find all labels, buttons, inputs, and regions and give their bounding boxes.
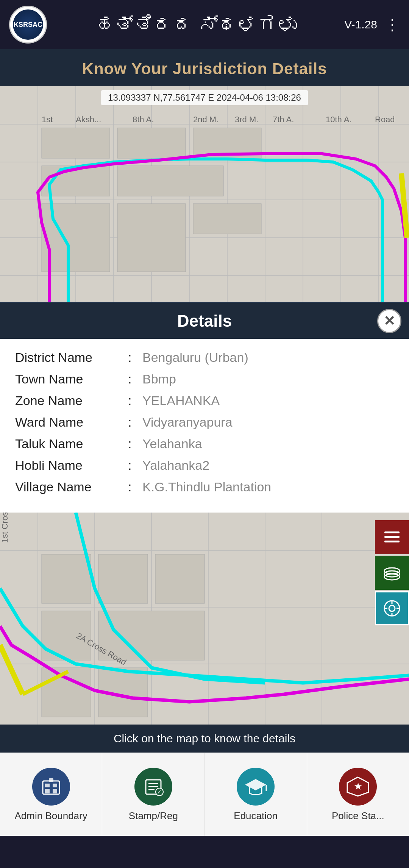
app-logo: KSRSAC (9, 6, 47, 44)
detail-colon-5: : (128, 458, 136, 473)
svg-text:Road: Road (375, 115, 395, 124)
svg-text:★: ★ (354, 781, 362, 792)
svg-text:2nd M.: 2nd M. (193, 115, 219, 124)
admin-boundary-label: Admin Boundary (15, 810, 87, 822)
svg-rect-23 (193, 204, 261, 234)
education-label: Education (234, 810, 278, 822)
detail-row: Town Name : Bbmp (15, 372, 394, 386)
education-icon (237, 768, 275, 806)
jurisdiction-title: Know Your Jurisdiction Details (8, 60, 401, 78)
details-body: District Name : Bengaluru (Urban) Town N… (0, 339, 409, 513)
detail-value-0: Bengaluru (Urban) (142, 350, 248, 365)
map-top[interactable]: 13.093337 N,77.561747 E 2024-04-06 13:08… (0, 86, 409, 302)
close-button[interactable]: ✕ (377, 309, 401, 333)
detail-row: Village Name : K.G.Thindlu Plantation (15, 480, 394, 494)
logo-text: KSRSAC (14, 21, 42, 29)
detail-value-3: Vidyaranyapura (142, 415, 233, 430)
map-locate-button[interactable] (375, 591, 409, 625)
detail-row: Zone Name : YELAHANKA (15, 393, 394, 408)
detail-row: Hobli Name : Yalahanka2 (15, 458, 394, 473)
svg-marker-79 (245, 779, 266, 790)
detail-value-4: Yelahanka (142, 436, 202, 451)
details-header: Details ✕ (0, 303, 409, 339)
detail-label-0: District Name (15, 350, 121, 365)
detail-row: Ward Name : Vidyaranyapura (15, 415, 394, 430)
svg-rect-45 (155, 554, 204, 603)
detail-colon-3: : (128, 415, 136, 430)
detail-row: Taluk Name : Yelahanka (15, 436, 394, 451)
details-title: Details (177, 312, 232, 330)
map-layers-button[interactable] (375, 556, 409, 590)
nav-education[interactable]: Education (205, 753, 307, 836)
svg-rect-72 (49, 778, 53, 782)
admin-boundary-icon (32, 768, 70, 806)
education-svg (244, 775, 267, 798)
svg-text:3rd M.: 3rd M. (235, 115, 258, 124)
click-instruction-text: Click on the map to know the details (114, 732, 295, 745)
svg-text:Aksh...: Aksh... (76, 115, 101, 124)
svg-text:1st Cross Road: 1st Cross Road (0, 513, 9, 543)
locate-icon (382, 599, 401, 618)
map-top-svg: 1st Aksh... 8th A. 2nd M. 3rd M. 7th A. … (0, 86, 409, 302)
svg-text:7th A.: 7th A. (273, 115, 294, 124)
svg-rect-44 (98, 554, 148, 603)
svg-point-62 (389, 605, 395, 611)
nav-stamp-reg[interactable]: ✓ Stamp/Reg (102, 753, 204, 836)
svg-rect-48 (42, 668, 91, 717)
detail-colon-4: : (128, 436, 136, 451)
detail-value-1: Bbmp (142, 372, 176, 386)
svg-rect-68 (45, 784, 50, 787)
detail-value-6: K.G.Thindlu Plantation (142, 480, 271, 494)
svg-text:10th A.: 10th A. (326, 115, 352, 124)
detail-value-2: YELAHANKA (142, 393, 220, 408)
map-list-button[interactable] (375, 520, 409, 554)
detail-colon-6: : (128, 480, 136, 494)
svg-rect-43 (42, 554, 91, 603)
layers-icon (382, 563, 401, 582)
svg-rect-17 (117, 128, 186, 158)
detail-colon-0: : (128, 350, 136, 365)
detail-colon-2: : (128, 393, 136, 408)
nav-police-station[interactable]: ★ Police Sta... (307, 753, 409, 836)
svg-rect-22 (117, 204, 186, 272)
app-title: ಹತ್ತಿರದ ಸ್ಥಳಗಳು (47, 13, 344, 36)
svg-rect-55 (384, 531, 400, 533)
map-coordinates: 13.093337 N,77.561747 E 2024-04-06 13:08… (101, 90, 308, 105)
detail-row: District Name : Bengaluru (Urban) (15, 350, 394, 365)
map-bottom-svg: 1st Cross Road 2nd Cross Road 2A Cross R… (0, 513, 409, 725)
svg-rect-57 (384, 541, 400, 542)
svg-text:8th A.: 8th A. (133, 115, 154, 124)
detail-label-6: Village Name (15, 480, 121, 494)
menu-icon[interactable]: ⋮ (385, 16, 400, 33)
svg-text:✓: ✓ (157, 789, 162, 795)
police-svg: ★ (347, 775, 369, 798)
map-bottom[interactable]: 1st Cross Road 2nd Cross Road 2A Cross R… (0, 513, 409, 725)
svg-rect-70 (45, 789, 50, 793)
svg-rect-20 (117, 166, 223, 196)
details-panel: Details ✕ District Name : Bengaluru (Urb… (0, 302, 409, 513)
detail-label-1: Town Name (15, 372, 121, 386)
close-icon: ✕ (384, 314, 395, 328)
stamp-reg-label: Stamp/Reg (129, 810, 178, 822)
svg-rect-16 (42, 128, 110, 158)
click-instruction: Click on the map to know the details (0, 725, 409, 753)
police-station-icon: ★ (339, 768, 377, 806)
detail-label-3: Ward Name (15, 415, 121, 430)
list-icon (382, 528, 401, 547)
nav-admin-boundary[interactable]: Admin Boundary (0, 753, 102, 836)
svg-rect-69 (53, 784, 57, 787)
app-version: V-1.28 (344, 18, 377, 31)
police-station-label: Police Sta... (332, 810, 384, 822)
app-header: KSRSAC ಹತ್ತಿರದ ಸ್ಥಳಗಳು V-1.28 ⋮ (0, 0, 409, 49)
stamp-reg-svg: ✓ (142, 775, 165, 798)
map-controls (375, 520, 409, 625)
detail-label-4: Taluk Name (15, 436, 121, 451)
svg-rect-71 (53, 789, 57, 793)
bottom-nav: Admin Boundary ✓ Stamp/Reg Education (0, 753, 409, 836)
detail-colon-1: : (128, 372, 136, 386)
detail-label-5: Hobli Name (15, 458, 121, 473)
admin-boundary-svg (40, 775, 62, 798)
jurisdiction-banner: Know Your Jurisdiction Details (0, 49, 409, 86)
stamp-reg-icon: ✓ (134, 768, 172, 806)
detail-label-2: Zone Name (15, 393, 121, 408)
